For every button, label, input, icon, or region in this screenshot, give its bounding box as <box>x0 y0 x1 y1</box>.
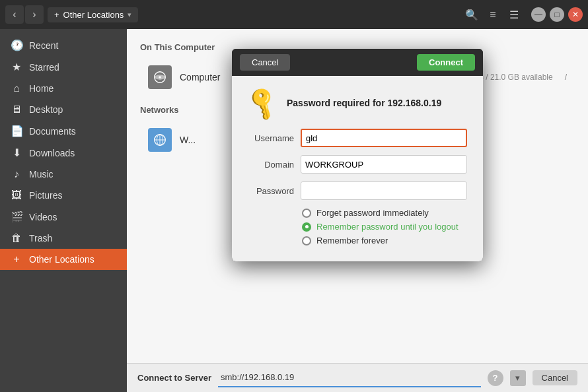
search-button[interactable]: 🔍 <box>462 5 481 24</box>
content-area: On This Computer Computer 12.6 GB / 21.0… <box>127 29 588 392</box>
minimize-button[interactable]: — <box>531 7 546 22</box>
nav-buttons: ‹ › <box>5 5 44 24</box>
home-icon: ⌂ <box>11 82 22 94</box>
sidebar-label-recent: Recent <box>29 40 58 51</box>
location-label: Other Locations <box>63 10 124 20</box>
sidebar-item-home[interactable]: ⌂ Home <box>0 78 127 99</box>
username-row: Username <box>248 129 467 147</box>
menu-button[interactable]: ☰ <box>505 5 523 24</box>
dialog-cancel-button[interactable]: Cancel <box>240 54 290 71</box>
sidebar-item-other-locations[interactable]: + Other Locations <box>0 249 127 270</box>
sidebar-item-documents[interactable]: 📄 Documents <box>0 120 127 142</box>
password-dialog: Cancel Connect 🔑 Password required for 1… <box>232 49 483 261</box>
main-layout: 🕐 Recent ★ Starred ⌂ Home 🖥 Desktop 📄 Do… <box>0 29 588 392</box>
key-icon: 🔑 <box>243 84 283 123</box>
dialog-titlebar: Cancel Connect <box>232 49 483 76</box>
view-button[interactable]: ≡ <box>484 5 502 24</box>
radio-remember-logout-label: Remember password until you logout <box>316 222 459 232</box>
titlebar: ‹ › + Other Locations ▾ 🔍 ≡ ☰ — □ ✕ <box>0 0 588 29</box>
domain-label: Domain <box>248 160 294 170</box>
forward-button[interactable]: › <box>25 5 44 24</box>
pictures-icon: 🖼 <box>11 189 22 201</box>
username-input[interactable] <box>301 129 467 147</box>
domain-input[interactable] <box>301 155 467 174</box>
sidebar-item-trash[interactable]: 🗑 Trash <box>0 228 127 249</box>
radio-remember-forever[interactable]: Remember forever <box>302 236 467 245</box>
downloads-icon: ⬇ <box>11 147 22 159</box>
videos-icon: 🎬 <box>11 211 22 223</box>
sidebar: 🕐 Recent ★ Starred ⌂ Home 🖥 Desktop 📄 Do… <box>0 29 127 392</box>
dialog-overlay: Cancel Connect 🔑 Password required for 1… <box>127 29 588 392</box>
sidebar-label-trash: Trash <box>29 233 52 244</box>
sidebar-label-music: Music <box>29 169 54 180</box>
radio-remember-logout[interactable]: Remember password until you logout <box>302 222 467 232</box>
radio-group: Forget password immediately Remember pas… <box>302 208 467 245</box>
sidebar-item-desktop[interactable]: 🖥 Desktop <box>0 99 127 120</box>
radio-forget-label: Forget password immediately <box>316 208 429 218</box>
location-bar[interactable]: + Other Locations ▾ <box>48 7 138 22</box>
dialog-header: 🔑 Password required for 192.168.0.19 <box>248 89 467 117</box>
sidebar-label-downloads: Downloads <box>29 148 75 158</box>
radio-remember-forever-circle[interactable] <box>302 236 311 245</box>
domain-row: Domain <box>248 155 467 174</box>
recent-icon: 🕐 <box>11 39 22 51</box>
location-icon: + <box>54 10 59 20</box>
sidebar-label-other-locations: Other Locations <box>29 254 94 265</box>
titlebar-actions: 🔍 ≡ ☰ <box>462 5 523 24</box>
username-label: Username <box>248 133 294 143</box>
sidebar-label-home: Home <box>29 83 54 94</box>
sidebar-label-documents: Documents <box>29 126 76 137</box>
password-row: Password <box>248 181 467 200</box>
dialog-body: 🔑 Password required for 192.168.0.19 Use… <box>232 76 483 261</box>
dialog-connect-button[interactable]: Connect <box>417 54 475 71</box>
sidebar-label-videos: Videos <box>29 212 57 222</box>
dialog-title: Password required for 192.168.0.19 <box>287 98 441 108</box>
window-controls: — □ ✕ <box>531 7 583 22</box>
sidebar-label-desktop: Desktop <box>29 104 63 115</box>
sidebar-item-music[interactable]: ♪ Music <box>0 164 127 185</box>
sidebar-item-videos[interactable]: 🎬 Videos <box>0 206 127 228</box>
sidebar-label-pictures: Pictures <box>29 190 63 201</box>
sidebar-label-starred: Starred <box>29 62 59 73</box>
maximize-button[interactable]: □ <box>550 7 564 22</box>
sidebar-item-starred[interactable]: ★ Starred <box>0 56 127 78</box>
sidebar-item-downloads[interactable]: ⬇ Downloads <box>0 142 127 164</box>
desktop-icon: 🖥 <box>11 104 22 115</box>
sidebar-item-recent[interactable]: 🕐 Recent <box>0 34 127 56</box>
back-button[interactable]: ‹ <box>5 5 24 24</box>
music-icon: ♪ <box>11 168 22 180</box>
close-button[interactable]: ✕ <box>568 7 583 22</box>
radio-forget-circle[interactable] <box>302 209 311 218</box>
sidebar-item-pictures[interactable]: 🖼 Pictures <box>0 185 127 206</box>
password-label: Password <box>248 186 294 196</box>
radio-remember-logout-circle[interactable] <box>302 222 311 232</box>
password-input[interactable] <box>301 181 467 200</box>
trash-icon: 🗑 <box>11 232 22 244</box>
radio-forget[interactable]: Forget password immediately <box>302 208 467 218</box>
documents-icon: 📄 <box>11 125 22 137</box>
starred-icon: ★ <box>11 61 22 73</box>
location-chevron-icon: ▾ <box>128 11 131 19</box>
other-locations-icon: + <box>11 253 22 265</box>
radio-remember-forever-label: Remember forever <box>316 236 388 245</box>
